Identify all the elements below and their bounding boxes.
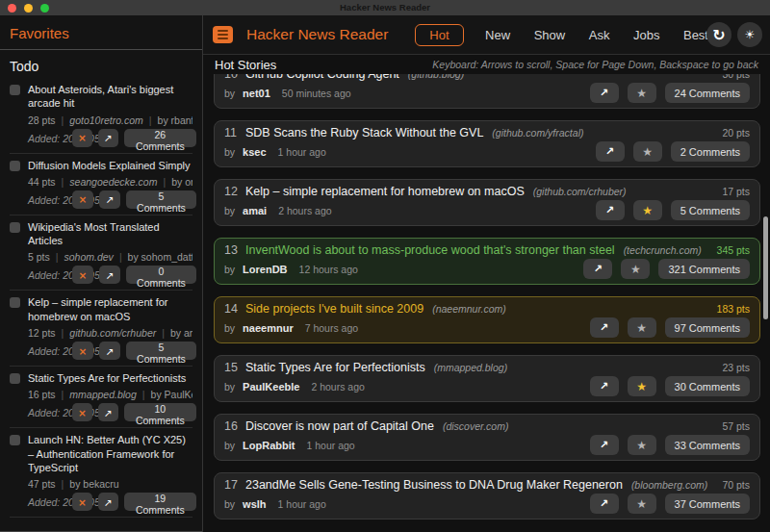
favorite-title[interactable]: Launch HN: Better Auth (YC X25) – Authen… <box>28 433 192 474</box>
maximize-window-button[interactable] <box>40 4 49 13</box>
story-title[interactable]: Static Types Are for Perfectionists <box>245 361 425 374</box>
comments-button[interactable]: 10 Comments <box>124 403 196 421</box>
comments-button[interactable]: 321 Comments <box>658 259 750 279</box>
tab[interactable]: Ask <box>587 25 612 45</box>
story-title[interactable]: Discover is now part of Capital One <box>245 419 434 433</box>
story-points: 183 pts <box>709 303 750 315</box>
star-button[interactable]: ★ <box>633 141 662 162</box>
delete-favorite-button[interactable]: × <box>72 266 93 284</box>
comments-button[interactable]: 5 Comments <box>126 342 196 360</box>
item-checkbox[interactable]: ✓ <box>10 222 20 233</box>
close-window-button[interactable] <box>8 4 16 13</box>
story-title[interactable]: InventWood is about to mass-produce wood… <box>245 243 615 257</box>
story-card[interactable]: 10 GitHub Copilot Coding Agent (github.b… <box>214 74 760 109</box>
tab[interactable]: Hot <box>415 24 463 46</box>
story-card[interactable]: 11 SDB Scans the Ruby Stack Without the … <box>214 120 760 167</box>
delete-favorite-button[interactable]: × <box>72 403 92 421</box>
refresh-button[interactable]: ↻ <box>706 22 732 47</box>
favorite-title[interactable]: Wikipedia's Most Translated Articles <box>28 220 192 248</box>
open-link-button[interactable]: ↗ <box>590 494 619 514</box>
delete-favorite-button[interactable]: × <box>72 493 92 511</box>
item-checkbox[interactable]: ✓ <box>10 297 20 308</box>
favorite-item: ✓ Wikipedia's Most Translated Articles 5… <box>10 215 192 291</box>
open-link-button[interactable]: ↗ <box>99 190 120 209</box>
comments-button[interactable]: 5 Comments <box>671 200 750 220</box>
story-title[interactable]: Kelp – simple replacement for homebrew o… <box>245 185 525 198</box>
story-author[interactable]: naeemnur <box>243 322 294 334</box>
comments-button[interactable]: 26 Comments <box>124 129 196 147</box>
menu-button[interactable] <box>213 26 233 43</box>
story-card[interactable]: 15 Static Types Are for Perfectionists (… <box>214 355 760 402</box>
story-domain: (github.com/yfractal) <box>492 127 583 139</box>
story-author[interactable]: ksec <box>243 146 266 158</box>
star-button[interactable]: ★ <box>633 200 662 220</box>
favorite-title[interactable]: Diffusion Models Explained Simply <box>28 159 191 172</box>
star-button[interactable]: ★ <box>628 494 656 514</box>
delete-favorite-button[interactable]: × <box>72 190 93 209</box>
delete-favorite-button[interactable]: × <box>72 342 93 360</box>
open-link-button[interactable]: ↗ <box>596 141 625 162</box>
item-checkbox[interactable]: ✓ <box>10 373 20 384</box>
comments-button[interactable]: 2 Comments <box>671 141 750 162</box>
story-card[interactable]: 12 Kelp – simple replacement for homebre… <box>214 179 760 226</box>
story-author[interactable]: LorenDB <box>243 264 287 275</box>
story-card[interactable]: 13 InventWood is about to mass-produce w… <box>214 238 760 285</box>
item-checkbox[interactable]: ✓ <box>10 85 20 95</box>
open-link-button[interactable]: ↗ <box>98 129 118 147</box>
star-button[interactable]: ★ <box>628 435 656 455</box>
star-button[interactable]: ★ <box>628 317 656 338</box>
tab[interactable]: Show <box>532 25 568 45</box>
open-link-button[interactable]: ↗ <box>590 83 619 103</box>
tab[interactable]: New <box>483 25 512 45</box>
minimize-window-button[interactable] <box>24 4 33 13</box>
story-title[interactable]: Side projects I've built since 2009 <box>245 302 424 316</box>
keyboard-hint: Keyboard: Arrows to scroll, Space for Pa… <box>432 59 758 70</box>
story-time: 1 hour ago <box>278 146 326 158</box>
story-domain: (naeemnur.com) <box>432 303 506 315</box>
star-button[interactable]: ★ <box>628 83 656 103</box>
favorite-title[interactable]: Kelp – simple replacement for homebrew o… <box>28 295 192 323</box>
open-link-button[interactable]: ↗ <box>590 435 619 455</box>
main-header: Hacker News Reader Hot New Show Ask Jobs… <box>203 15 770 55</box>
open-link-button[interactable]: ↗ <box>99 342 120 360</box>
item-checkbox[interactable]: ✓ <box>10 435 20 445</box>
favorite-points: 5 pts <box>28 251 50 263</box>
open-link-button[interactable]: ↗ <box>99 266 120 284</box>
comments-button[interactable]: 33 Comments <box>665 435 750 455</box>
favorite-title[interactable]: About Asteroids, Atari's biggest arcade … <box>28 83 192 111</box>
story-card[interactable]: 16 Discover is now part of Capital One (… <box>214 414 760 461</box>
open-link-button[interactable]: ↗ <box>596 200 625 220</box>
favorite-author: by onnnon <box>171 176 192 188</box>
comments-button[interactable]: 24 Comments <box>665 83 750 103</box>
story-author[interactable]: net01 <box>243 88 270 99</box>
comments-button[interactable]: 19 Comments <box>124 493 196 511</box>
story-title[interactable]: GitHub Copilot Coding Agent <box>245 74 399 81</box>
story-author[interactable]: wslh <box>243 498 266 510</box>
open-link-button[interactable]: ↗ <box>590 317 619 338</box>
story-card[interactable]: 14 Side projects I've built since 2009 (… <box>214 296 760 343</box>
story-points: 57 pts <box>714 420 750 432</box>
scrollbar-thumb[interactable] <box>763 216 768 319</box>
delete-favorite-button[interactable]: × <box>72 129 92 147</box>
open-link-button[interactable]: ↗ <box>98 493 118 511</box>
comments-button[interactable]: 30 Comments <box>665 376 750 396</box>
open-link-button[interactable]: ↗ <box>98 403 118 421</box>
story-title[interactable]: SDB Scans the Ruby Stack Without the GVL <box>245 126 483 139</box>
star-button[interactable]: ★ <box>621 259 650 279</box>
star-button[interactable]: ★ <box>628 376 656 396</box>
story-title[interactable]: 23andMe Sells Gene-Testing Business to D… <box>245 478 623 492</box>
story-author[interactable]: LopRabbit <box>243 440 295 451</box>
open-link-button[interactable]: ↗ <box>590 376 619 396</box>
tab[interactable]: Jobs <box>631 25 661 45</box>
story-author[interactable]: amai <box>243 205 267 216</box>
comments-button[interactable]: 37 Comments <box>665 494 750 514</box>
story-card[interactable]: 17 23andMe Sells Gene-Testing Business t… <box>214 472 760 519</box>
story-author[interactable]: PaulKeeble <box>243 381 299 393</box>
item-checkbox[interactable]: ✓ <box>10 161 20 171</box>
favorite-title[interactable]: Static Types Are for Perfectionists <box>28 371 186 385</box>
comments-button[interactable]: 5 Comments <box>126 190 196 209</box>
comments-button[interactable]: 97 Comments <box>665 317 750 338</box>
open-link-button[interactable]: ↗ <box>583 259 612 279</box>
comments-button[interactable]: 0 Comments <box>126 266 196 284</box>
theme-toggle-button[interactable]: ☀ <box>737 22 762 47</box>
